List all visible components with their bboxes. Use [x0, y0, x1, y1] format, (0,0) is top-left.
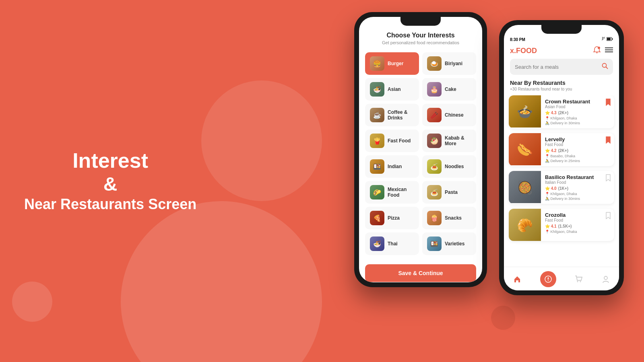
category-item-fastfood[interactable]: 🍟 Fast Food	[365, 130, 419, 152]
bookmark-icon-2[interactable]	[605, 171, 614, 204]
category-item-asian[interactable]: 🍜 Asian	[365, 78, 419, 101]
svg-text:🍲: 🍲	[517, 104, 533, 119]
nav-home[interactable]	[513, 275, 521, 283]
bg-decoration-4	[491, 306, 515, 330]
categories-grid: 🍔 Burger 🍛 Biriyani 🍜 Asian	[359, 49, 482, 258]
logo-x: x	[510, 47, 514, 55]
category-item-chinese[interactable]: 🥢 Chinese	[422, 104, 476, 126]
bookmark-icon-1[interactable]	[605, 133, 614, 166]
nav-profile[interactable]	[602, 275, 610, 283]
search-icon[interactable]	[602, 63, 608, 71]
category-item-thai[interactable]: 🍜 Thai	[365, 232, 419, 255]
hero-line2: &	[24, 173, 196, 195]
interest-title: Choose Your Interests	[367, 32, 474, 39]
search-bar[interactable]	[510, 59, 613, 75]
svg-point-36	[598, 47, 600, 49]
cat-name-chinese: Chinese	[445, 112, 464, 118]
restaurant-img-1: 🌭	[509, 133, 541, 165]
notification-icon[interactable]	[593, 46, 601, 56]
cat-name-coffee: Coffee & Drinks	[388, 109, 414, 121]
svg-text:🍜: 🍜	[373, 240, 381, 248]
category-item-coffee[interactable]: ☕ Coffee & Drinks	[365, 104, 419, 126]
cat-name-mexican: Mexican Food	[388, 187, 414, 198]
svg-text:🍿: 🍿	[430, 214, 438, 222]
svg-rect-34	[607, 38, 611, 40]
cat-name-burger: Burger	[388, 61, 403, 66]
restaurant-name-3: Crozolla	[545, 212, 599, 218]
interest-screen: Choose Your Interests Get personalized f…	[359, 26, 482, 282]
bookmark-icon-3[interactable]	[605, 209, 614, 241]
svg-text:🥙: 🥙	[430, 137, 438, 145]
cat-img-cake: 🎂	[427, 82, 442, 97]
app-header: x.FOOD	[504, 44, 619, 59]
cat-img-thai: 🍜	[370, 237, 384, 251]
category-item-noodles[interactable]: 🍝 Noodles	[422, 155, 476, 178]
svg-line-41	[606, 67, 608, 69]
category-item-burger[interactable]: 🍔 Burger	[365, 52, 419, 75]
category-item-kabab[interactable]: 🥙 Kabab & More	[422, 130, 476, 152]
restaurant-img-0: 🍲	[509, 95, 541, 128]
svg-text:🍱: 🍱	[430, 240, 438, 248]
cat-img-kabab: 🥙	[427, 134, 442, 148]
category-item-varieties[interactable]: 🍱 Varieties	[422, 232, 476, 255]
svg-text:🍱: 🍱	[373, 163, 381, 171]
svg-point-53	[577, 281, 578, 282]
svg-text:🍝: 🍝	[430, 189, 438, 196]
interest-buttons: Save & Continue Skip	[359, 258, 482, 282]
category-item-cake[interactable]: 🎂 Cake	[422, 78, 476, 101]
category-item-pasta[interactable]: 🍝 Pasta	[422, 181, 476, 204]
compass-button[interactable]	[540, 271, 556, 287]
restaurant-name-0: Crown Restaurant	[545, 99, 599, 105]
restaurant-name-2: Basilico Restaurant	[545, 174, 599, 180]
svg-text:🥢: 🥢	[430, 111, 438, 119]
svg-text:🌮: 🌮	[373, 189, 381, 196]
cat-img-pasta: 🍝	[427, 185, 442, 200]
restaurant-img-2: 🥘	[509, 171, 541, 203]
restaurant-rating-2: ⭐ 4.0 (1K+)	[545, 186, 599, 191]
restaurant-location-0: 📍 Khilgaon, Dhaka	[545, 116, 599, 120]
phones-container: Choose Your Interests Get personalized f…	[354, 12, 624, 295]
cat-name-pizza: Pizza	[388, 215, 400, 221]
cat-img-burger: 🍔	[370, 56, 384, 71]
cat-name-kabab: Kabab & More	[445, 135, 471, 146]
restaurant-info-2: Basilico Restaurant Italian Food ⭐ 4.0 (…	[545, 171, 601, 204]
restaurant-type-0: Asian Food	[545, 105, 599, 109]
restaurant-card-1[interactable]: 🌭 Lervelly Fast Food ⭐ 4.2 (2K+) 📍 Basab…	[509, 133, 614, 166]
svg-text:🍛: 🍛	[430, 60, 438, 68]
phone1: Choose Your Interests Get personalized f…	[354, 12, 487, 287]
hero-line1: Interest	[24, 148, 196, 173]
phone1-notch	[400, 17, 441, 26]
svg-text:🍔: 🍔	[373, 60, 381, 68]
bg-decoration-2	[201, 80, 322, 201]
cat-name-pasta: Pasta	[445, 189, 458, 195]
bookmark-icon-0[interactable]	[605, 95, 614, 128]
category-item-biriyani[interactable]: 🍛 Biriyani	[422, 52, 476, 75]
svg-text:🍝: 🍝	[430, 163, 438, 171]
category-item-indian[interactable]: 🍱 Indian	[365, 155, 419, 178]
cat-name-snacks: Snacks	[445, 215, 462, 221]
restaurant-location-2: 📍 Khilgaon, Dhaka	[545, 192, 599, 196]
status-bar: 8:30 PM	[504, 34, 619, 44]
restaurant-delivery-2: 🚴 Delivery in 30mins	[545, 197, 599, 201]
category-item-snacks[interactable]: 🍿 Snacks	[422, 207, 476, 229]
logo-food: FOOD	[516, 47, 537, 55]
category-item-mexican[interactable]: 🌮 Mexican Food	[365, 181, 419, 204]
cat-img-indian: 🍱	[370, 159, 384, 174]
save-continue-button[interactable]: Save & Continue	[365, 264, 476, 282]
cat-img-fastfood: 🍟	[370, 134, 384, 148]
menu-icon[interactable]	[605, 47, 613, 54]
cat-name-indian: Indian	[388, 164, 402, 169]
nav-explore[interactable]	[540, 271, 556, 287]
svg-text:🍜: 🍜	[373, 86, 381, 93]
restaurant-type-1: Fast Food	[545, 142, 599, 147]
cat-img-mexican: 🌮	[370, 185, 384, 200]
cat-img-pizza: 🍕	[370, 211, 384, 225]
category-item-pizza[interactable]: 🍕 Pizza	[365, 207, 419, 229]
restaurant-card-2[interactable]: 🥘 Basilico Restaurant Italian Food ⭐ 4.0…	[509, 171, 614, 204]
search-input[interactable]	[515, 64, 599, 70]
nav-cart[interactable]	[575, 275, 583, 283]
cat-name-asian: Asian	[388, 86, 401, 92]
restaurant-card-0[interactable]: 🍲 Crown Restaurant Asian Food ⭐ 4.3 (2K+…	[509, 95, 614, 128]
restaurant-card-3[interactable]: 🥐 Crozolla Fast Food ⭐ 4.1 (1.5K+) 📍 Khi…	[509, 209, 614, 241]
interest-subtitle: Get personalized food recommendatios	[367, 40, 474, 45]
